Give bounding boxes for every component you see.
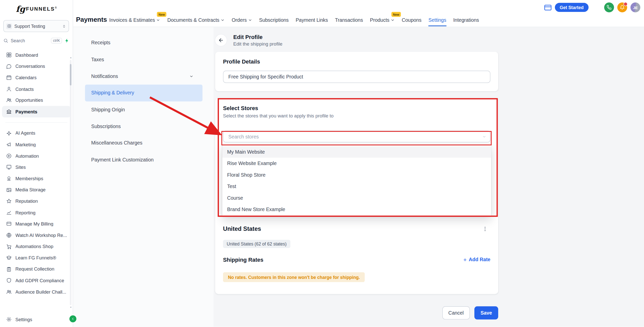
tab-documents-contracts[interactable]: Documents & Contracts: [167, 17, 225, 23]
user-avatar[interactable]: JE: [630, 3, 640, 12]
store-options-dropdown: My Main Website Rise Website Example Flo…: [222, 145, 491, 217]
sidebar-item-conversations[interactable]: Conversations: [2, 60, 71, 72]
new-badge: New: [391, 12, 401, 17]
store-option[interactable]: Test: [222, 181, 491, 192]
users-icon: [6, 289, 12, 295]
settings-nav-shipping-origin[interactable]: Shipping Origin: [85, 101, 203, 118]
settings-nav-label: Shipping Origin: [91, 107, 125, 113]
sidebar-search[interactable]: Search ctrlK: [3, 36, 69, 45]
tab-coupons[interactable]: Coupons: [402, 17, 421, 23]
settings-nav-receipts[interactable]: Receipts: [85, 34, 203, 51]
select-stores-card: Select Stores Select the stores that you…: [215, 98, 498, 294]
add-rate-button[interactable]: + Add Rate: [463, 256, 490, 263]
tab-orders[interactable]: Orders: [232, 17, 252, 23]
fg-funnels-logo[interactable]: fg FUNNELS ®: [0, 0, 73, 18]
sidebar: fg FUNNELS ® Support Testing Search ctrl…: [0, 0, 73, 327]
tab-label: Transactions: [335, 17, 363, 23]
tab-settings[interactable]: Settings: [429, 17, 446, 23]
settings-nav-notifications[interactable]: Notifications: [85, 68, 203, 85]
chevron-down-icon[interactable]: [482, 135, 486, 139]
lightning-icon[interactable]: [65, 38, 69, 43]
settings-nav-label: Subscriptions: [91, 124, 121, 129]
get-started-button[interactable]: Get Started: [555, 3, 589, 12]
credit-card-icon[interactable]: [544, 4, 551, 10]
globe-icon: [6, 232, 12, 238]
tab-transactions[interactable]: Transactions: [335, 17, 363, 23]
tab-products[interactable]: Products New: [370, 17, 395, 23]
sidebar-item-automations-shop[interactable]: Automations Shop: [2, 241, 71, 252]
sidebar-divider: [5, 122, 67, 123]
settings-nav-shipping-delivery[interactable]: Shipping & Delivery: [85, 85, 203, 101]
settings-nav-miscellaneous-charges[interactable]: Miscellaneous Charges: [85, 135, 203, 151]
sidebar-item-settings[interactable]: Settings: [0, 312, 73, 327]
scrollbar-track[interactable]: [70, 60, 71, 305]
sidebar-item-watch-ai-workshop[interactable]: Watch AI Workshop Re...: [2, 230, 71, 241]
sidebar-item-learn-fg-funnels[interactable]: Learn FG Funnels®: [2, 252, 71, 263]
sidebar-item-automation[interactable]: Automation: [2, 150, 71, 161]
tab-label: Products: [370, 17, 389, 23]
new-badge: New: [157, 12, 167, 17]
sidebar-item-audience-builder[interactable]: Audience Builder Chall...: [2, 286, 71, 298]
sidebar-item-label: Opportunities: [15, 98, 43, 103]
sidebar-item-reporting[interactable]: Reporting: [2, 207, 71, 218]
app-window: fg FUNNELS ® Support Testing Search ctrl…: [0, 0, 644, 327]
zone-name: United States: [223, 226, 261, 232]
back-button[interactable]: [215, 34, 227, 46]
store-option[interactable]: Rise Website Example: [222, 158, 491, 169]
store-option[interactable]: Course: [222, 192, 491, 203]
account-switcher[interactable]: Support Testing: [3, 20, 69, 32]
cancel-button[interactable]: Cancel: [442, 306, 470, 319]
dashboard-icon: [6, 52, 12, 58]
sidebar-item-calendars[interactable]: Calendars: [2, 72, 71, 83]
sidebar-item-gdpr-compliance[interactable]: Add GDPR Compliance: [2, 275, 71, 286]
shield-icon: [6, 278, 12, 283]
tab-invoices-estimates[interactable]: Invoices & Estimates New: [109, 17, 160, 23]
notifications-button[interactable]: [617, 3, 627, 12]
sidebar-item-request-collection[interactable]: Request Collection: [2, 263, 71, 275]
notification-dot: [623, 2, 628, 6]
chevron-down-icon: [189, 74, 193, 78]
sidebar-item-media-storage[interactable]: Media Storage: [2, 184, 71, 196]
contact-icon: [6, 86, 12, 92]
scroll-down-arrow[interactable]: ▼: [70, 306, 72, 309]
store-search-input[interactable]: [223, 131, 490, 142]
sidebar-item-ai-agents[interactable]: AI Agents: [2, 128, 71, 139]
store-option[interactable]: Brand New Store Example: [222, 204, 491, 215]
sidebar-item-memberships[interactable]: Memberships: [2, 173, 71, 184]
sidebar-item-label: Dashboard: [15, 52, 38, 57]
sidebar-item-opportunities[interactable]: Opportunities: [2, 95, 71, 106]
save-button[interactable]: Save: [474, 306, 498, 319]
payments-settings-nav: Receipts Taxes Notifications Shipping & …: [73, 27, 214, 327]
settings-nav-payment-link-customization[interactable]: Payment Link Customization: [85, 151, 203, 168]
store-option[interactable]: My Main Website: [222, 146, 491, 158]
sidebar-item-dashboard[interactable]: Dashboard: [2, 49, 71, 61]
scroll-up-arrow[interactable]: ▲: [70, 57, 72, 59]
select-stores-title: Select Stores: [223, 105, 490, 111]
profile-name-input[interactable]: [223, 71, 490, 83]
sidebar-item-contacts[interactable]: Contacts: [2, 83, 71, 95]
sidebar-item-payments[interactable]: Payments: [2, 106, 71, 117]
sidebar-item-marketing[interactable]: Marketing: [2, 139, 71, 150]
logo-fg-script: fg: [16, 4, 25, 14]
chevron-left-icon: [71, 317, 75, 321]
scrollbar-thumb[interactable]: [70, 64, 71, 85]
settings-nav-subscriptions[interactable]: Subscriptions: [85, 118, 203, 135]
settings-nav-taxes[interactable]: Taxes: [85, 51, 203, 68]
sidebar-item-manage-billing[interactable]: Manage My Billing: [2, 218, 71, 230]
select-stores-subtitle: Select the stores that you want to apply…: [223, 113, 490, 118]
store-option[interactable]: Floral Shop Store: [222, 169, 491, 180]
tab-label: Subscriptions: [259, 17, 289, 23]
tab-integrations[interactable]: Integrations: [453, 17, 479, 23]
sidebar-item-sites[interactable]: Sites: [2, 161, 71, 173]
tab-subscriptions[interactable]: Subscriptions: [259, 17, 289, 23]
kebab-menu-icon[interactable]: [482, 226, 488, 232]
store-search: [223, 131, 490, 142]
tab-payment-links[interactable]: Payment Links: [296, 17, 328, 23]
page-header: Edit Profile Edit the shipping profile: [215, 34, 498, 47]
sidebar-item-label: Conversations: [15, 64, 45, 69]
sidebar-scrollbar[interactable]: ▲ ▼: [70, 57, 72, 309]
phone-button[interactable]: [604, 3, 614, 12]
tab-label: Coupons: [402, 17, 421, 23]
sidebar-item-reputation[interactable]: Reputation: [2, 195, 71, 207]
page-subtitle: Edit the shipping profile: [233, 42, 283, 46]
